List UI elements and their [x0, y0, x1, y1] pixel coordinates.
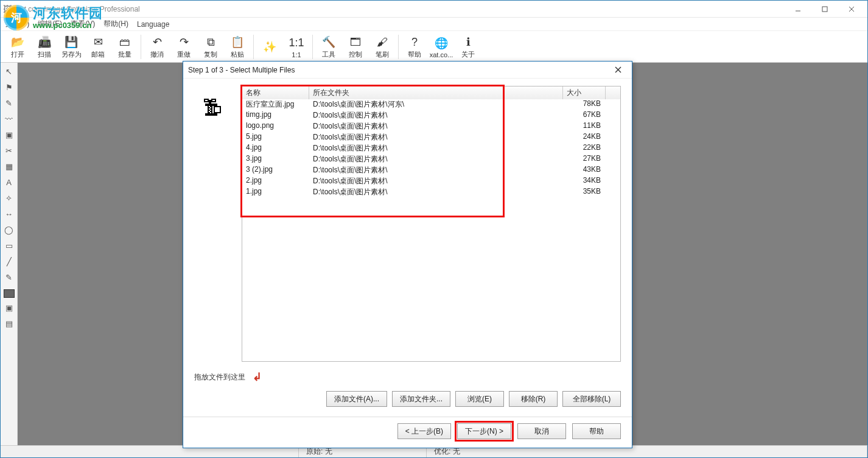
- grid-toggle-0-icon[interactable]: ▣: [2, 301, 16, 314]
- file-list-row[interactable]: 1.jpgD:\tools\桌面\图片素材\35KB: [242, 187, 620, 198]
- cell-name: 5.jpg: [242, 132, 309, 143]
- image-tool-icon[interactable]: ▣: [2, 129, 16, 141]
- file-list-header: 名称 所在文件夹 大小: [242, 86, 621, 99]
- add-folder-button[interactable]: 添加文件夹...: [392, 391, 450, 407]
- toolbar-paste-icon[interactable]: 📋粘贴: [224, 32, 251, 62]
- titlebar[interactable]: 🖼 xat.com Image Optimizer Professional: [1, 1, 867, 18]
- toolbar-batch-icon[interactable]: 🗃批量: [111, 32, 138, 62]
- pointer-tool-icon[interactable]: ↖: [2, 65, 16, 77]
- window-maximize-button[interactable]: [811, 2, 838, 16]
- cell-folder: D:\tools\桌面\图片素材\: [309, 143, 563, 154]
- cell-size: 27KB: [563, 154, 606, 165]
- grid-toggle-1-icon[interactable]: ▤: [2, 317, 16, 329]
- file-list-body[interactable]: 医疗室立面.jpgD:\tools\桌面\图片素材\河东\78KBtimg.jp…: [242, 99, 621, 362]
- remove-button[interactable]: 移除(R): [509, 391, 558, 407]
- cell-size: 22KB: [563, 143, 606, 154]
- menu-language[interactable]: Language: [137, 20, 169, 29]
- close-icon: [615, 66, 621, 73]
- crop-tool-icon[interactable]: ✂: [2, 144, 16, 157]
- move-tool-icon[interactable]: ↔: [2, 208, 16, 220]
- help-button[interactable]: 帮助: [572, 423, 621, 439]
- toolbar-label: 批量: [118, 50, 131, 59]
- bucket-tool-icon[interactable]: ▦: [2, 160, 16, 172]
- toolbar-zoom-actual-icon[interactable]: 1:11:1: [283, 32, 310, 62]
- file-list-row[interactable]: 医疗室立面.jpgD:\tools\桌面\图片素材\河东\78KB: [242, 99, 620, 110]
- zoom-actual-icon: 1:1: [289, 35, 304, 51]
- ellipse-tool-icon[interactable]: ◯: [2, 224, 16, 236]
- toolbar-copy-icon[interactable]: ⧉复制: [197, 32, 224, 62]
- toolbar-redo-icon[interactable]: ↷重做: [170, 32, 197, 62]
- cell-name: 3 (2).jpg: [242, 165, 309, 176]
- window-close-button[interactable]: [838, 2, 865, 16]
- batch-icon: 🗃: [117, 34, 133, 50]
- menu-view[interactable]: 查看(V): [71, 19, 95, 29]
- menu-file[interactable]: 文件(F): [5, 19, 29, 29]
- back-button[interactable]: < 上一步(B): [397, 423, 451, 439]
- cell-name: 3.jpg: [242, 154, 309, 165]
- toolbar-label: 1:1: [292, 51, 301, 58]
- dialog-titlebar[interactable]: Step 1 of 3 - Select Multiple Files: [183, 62, 632, 79]
- col-folder[interactable]: 所在文件夹: [309, 86, 563, 99]
- browse-button[interactable]: 浏览(E): [455, 391, 504, 407]
- drop-hint-text: 拖放文件到这里: [194, 372, 245, 382]
- toolbar-undo-icon[interactable]: ↶撤消: [144, 32, 170, 62]
- toolbar-tools-icon[interactable]: 🔨工具: [315, 32, 342, 62]
- col-size[interactable]: 大小: [563, 86, 606, 99]
- file-list-row[interactable]: logo.pngD:\tools\桌面\图片素材\11KB: [242, 121, 620, 132]
- toolbar-info-icon[interactable]: ℹ关于: [455, 32, 481, 62]
- remove-all-button[interactable]: 全部移除(L): [562, 391, 621, 407]
- info-icon: ℹ: [460, 34, 476, 50]
- help-icon: ?: [407, 34, 422, 50]
- control-icon: 🗔: [348, 34, 363, 50]
- file-list-row[interactable]: 3.jpgD:\tools\桌面\图片素材\27KB: [242, 154, 620, 165]
- col-name[interactable]: 名称: [242, 86, 309, 99]
- toolbar-scanner-icon[interactable]: 📠扫描: [31, 32, 58, 62]
- compress-wizard-icon: 🗜: [203, 97, 222, 362]
- flag-tool-icon[interactable]: ⚑: [2, 81, 16, 93]
- file-list-row[interactable]: 3 (2).jpgD:\tools\桌面\图片素材\43KB: [242, 165, 620, 176]
- line-tool-icon[interactable]: ╱: [2, 255, 16, 267]
- save-icon: 💾: [63, 34, 79, 50]
- toolbar-label: 打开: [11, 50, 24, 59]
- toolbar-control-icon[interactable]: 🗔控制: [342, 32, 369, 62]
- file-list-row[interactable]: 5.jpgD:\tools\桌面\图片素材\24KB: [242, 132, 620, 143]
- wand-icon: ✨: [262, 39, 278, 55]
- cell-name: 医疗室立面.jpg: [242, 99, 309, 110]
- file-list-row[interactable]: timg.jpgD:\tools\桌面\图片素材\67KB: [242, 110, 620, 121]
- cell-folder: D:\tools\桌面\图片素材\: [309, 187, 563, 198]
- toolbar-help-icon[interactable]: ?帮助: [401, 32, 428, 62]
- toolbar-label: 控制: [349, 50, 362, 59]
- eyedropper-tool-icon[interactable]: ✎: [2, 271, 16, 283]
- add-file-button[interactable]: 添加文件(A)...: [326, 391, 387, 407]
- toolbar-wand-icon[interactable]: ✨: [256, 32, 283, 62]
- menu-help[interactable]: 帮助(H): [103, 19, 128, 29]
- text-tool-icon[interactable]: A: [2, 176, 16, 188]
- toolbar-mail-icon[interactable]: ✉邮箱: [85, 32, 111, 62]
- menubar: 文件(F) 编辑(E) 查看(V) 帮助(H) Language: [1, 18, 867, 31]
- toolbar-label: 复制: [204, 50, 217, 59]
- menu-edit[interactable]: 编辑(E): [38, 19, 62, 29]
- svg-rect-1: [822, 7, 827, 12]
- rect-tool-icon[interactable]: ▭: [2, 239, 16, 252]
- toolbar-brush-icon[interactable]: 🖌笔刷: [369, 32, 396, 62]
- toolbar-separator: [141, 35, 141, 59]
- toolbar-save-icon[interactable]: 💾另存为: [58, 32, 85, 62]
- magic-wand-tool-icon[interactable]: ✧: [2, 192, 16, 204]
- cell-folder: D:\tools\桌面\图片素材\: [309, 154, 563, 165]
- close-icon: [849, 6, 855, 12]
- toolbar-folder-open-icon[interactable]: 📂打开: [4, 32, 31, 62]
- toolbar-label: 撤消: [150, 50, 164, 59]
- window-minimize-button[interactable]: [785, 2, 811, 16]
- color-swatch[interactable]: [4, 289, 15, 298]
- next-button[interactable]: 下一步(N) >: [457, 423, 511, 439]
- brush-tool-icon[interactable]: ✎: [2, 97, 16, 109]
- file-list-row[interactable]: 4.jpgD:\tools\桌面\图片素材\22KB: [242, 143, 620, 154]
- dialog-close-button[interactable]: [609, 63, 627, 77]
- lasso-tool-icon[interactable]: 〰: [2, 113, 16, 125]
- file-list[interactable]: 名称 所在文件夹 大小 医疗室立面.jpgD:\tools\桌面\图片素材\河东…: [242, 86, 621, 362]
- toolbar-globe-icon[interactable]: 🌐xat.co...: [428, 32, 455, 62]
- cell-size: 43KB: [563, 165, 606, 176]
- cancel-button[interactable]: 取消: [517, 423, 566, 439]
- maximize-icon: [822, 6, 828, 12]
- file-list-row[interactable]: 2.jpgD:\tools\桌面\图片素材\34KB: [242, 176, 620, 187]
